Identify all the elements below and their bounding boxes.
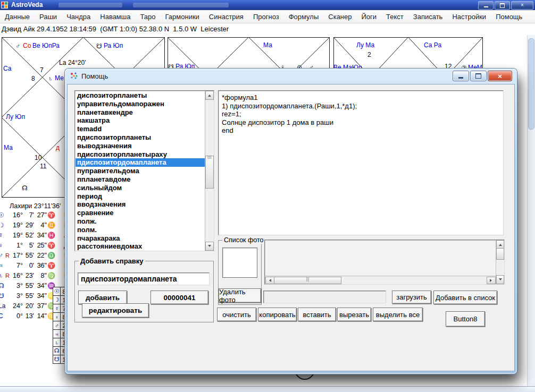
app-close-button[interactable]: ×	[511, 1, 533, 10]
chart-label: 2	[367, 51, 371, 58]
photo-list-hscrollbar[interactable]	[265, 276, 496, 284]
menu-item-11[interactable]: Йоги	[357, 11, 382, 22]
app-icon	[1, 2, 8, 8]
app-minimize-button[interactable]	[478, 1, 494, 10]
faded-registration-text	[58, 3, 122, 7]
copy-button[interactable]: копировать	[258, 308, 297, 321]
scroll-right-button[interactable]	[487, 277, 496, 284]
list-item[interactable]: пчаракарака	[76, 234, 205, 243]
button8[interactable]: Button8	[446, 311, 485, 327]
formula-line: Солнце диспозитор 1 дома в раши	[222, 118, 503, 127]
list-item[interactable]: планетавкендре	[76, 108, 205, 117]
formula-textarea[interactable]: *формула11) пдиспозитордомапланета.(Раши…	[218, 90, 504, 235]
delete-photo-button[interactable]: Удалить фото	[219, 288, 261, 303]
list-item[interactable]: вводзначения	[76, 200, 205, 209]
list-item[interactable]: полж.	[76, 217, 205, 226]
photo-path-field[interactable]	[263, 291, 386, 303]
help-dialog-titlebar[interactable]: Помощь ×	[65, 69, 517, 83]
chart-label: Ме	[55, 74, 64, 82]
help-name-input[interactable]	[78, 272, 210, 285]
app-window-controls: ×	[478, 1, 533, 10]
formula-line: 1) пдиспозитордомапланета.(Раши,1,*д1);	[222, 102, 503, 110]
app-titlebar: AstroVeda ×	[0, 0, 535, 10]
close-icon: ×	[521, 3, 524, 8]
cut-button[interactable]: вырезать	[337, 308, 371, 321]
list-item[interactable]: сравнение	[76, 209, 205, 217]
maximize-icon	[475, 73, 481, 79]
menu-item-6[interactable]: Гармоники	[161, 11, 204, 22]
add-button[interactable]: добавить	[78, 291, 127, 304]
dialog-minimize-button[interactable]	[453, 71, 469, 81]
minimize-icon	[484, 6, 488, 7]
scroll-left-button[interactable]	[265, 277, 274, 284]
scroll-down-button[interactable]	[496, 275, 504, 284]
menu-item-5[interactable]: Таро	[135, 11, 160, 22]
menu-item-15[interactable]: Помощь	[491, 11, 527, 22]
help-dialog: Помощь × диспозиторпланетыуправительдома…	[65, 69, 517, 374]
scrollbar-thumb[interactable]	[528, 38, 534, 130]
planet-row: ♃7°0'36"♈ГК	[0, 262, 73, 272]
help-dialog-icon	[70, 72, 78, 80]
list-item[interactable]: пдиспозиторпланетыраху	[76, 150, 205, 159]
planet-row: ☿19°52'34"♓Ам	[0, 232, 73, 242]
clear-button[interactable]: очистить	[217, 308, 256, 321]
chart-label: La 24°20'	[59, 59, 86, 66]
select-all-button[interactable]: выделить все	[373, 308, 423, 321]
list-item[interactable]: накшатра	[76, 116, 205, 125]
chart-info-line: Дэвид Айк 29.4.1952 18:14:59 (GMT 1:0:0)…	[2, 25, 229, 33]
scroll-up-button[interactable]	[205, 91, 214, 100]
list-item[interactable]: temadd	[76, 125, 205, 133]
menu-item-7[interactable]: Синастрия	[204, 11, 248, 22]
paste-button[interactable]: вставить	[298, 308, 336, 321]
chart-label: Са Ра	[424, 41, 441, 49]
list-item[interactable]: расстояниевдомах	[76, 242, 205, 250]
list-item[interactable]: диспозиторпланеты	[76, 91, 205, 100]
menu-item-2[interactable]: Раши	[35, 11, 62, 22]
app-vertical-scrollbar[interactable]	[527, 35, 535, 387]
list-item[interactable]: полм.	[76, 226, 205, 234]
menu-item-9[interactable]: Формулы	[284, 11, 324, 22]
listbox-scrollbar[interactable]	[205, 91, 214, 251]
edit-button[interactable]: редактировать	[82, 303, 149, 318]
add-to-list-button[interactable]: Добавить в список	[433, 291, 497, 304]
record-code-button[interactable]: 00000041	[151, 291, 208, 304]
list-item[interactable]: период	[76, 192, 205, 201]
menu-item-4[interactable]: Навамша	[95, 11, 135, 22]
load-button[interactable]: загрузить	[392, 291, 431, 304]
scrollbar-thumb[interactable]	[205, 156, 214, 189]
scrollbar-thumb[interactable]	[496, 248, 504, 260]
list-item[interactable]: пуправительдома	[76, 167, 205, 175]
dialog-maximize-button[interactable]	[470, 71, 487, 81]
dialog-close-button[interactable]: ×	[488, 71, 512, 81]
list-item[interactable]: ппланетавдоме	[76, 175, 205, 184]
menu-item-8[interactable]: Прогноз	[248, 11, 284, 22]
list-item[interactable]: управительдомапоражен	[76, 100, 205, 108]
scrollbar-thumb[interactable]	[274, 277, 341, 284]
chart-label: 10	[35, 154, 42, 161]
menu-item-14[interactable]: Настройки	[447, 11, 491, 22]
formula-listbox[interactable]: диспозиторпланетыуправительдомапораженпл…	[74, 90, 214, 251]
menu-item-3[interactable]: Чандра	[62, 11, 95, 22]
chart-label: ♂	[15, 42, 20, 50]
thumb-grip-icon	[306, 277, 309, 282]
planet-row: ☉16°7'27"♈Пу	[0, 211, 73, 221]
planet-row: ♄R16°23'8"♍Пи	[0, 272, 73, 282]
scroll-down-button[interactable]	[205, 242, 214, 251]
thumb-grip-icon	[207, 156, 212, 159]
app-title: AstroVeda	[11, 1, 43, 8]
menu-item-12[interactable]: Текст	[381, 11, 408, 22]
menu-item-1[interactable]: Данные	[0, 11, 35, 22]
photo-list-vscrollbar[interactable]	[496, 240, 504, 284]
list-item[interactable]: пдиспозитордомапланета	[76, 158, 205, 167]
photo-file-list[interactable]	[264, 240, 505, 285]
app-maximize-button[interactable]	[495, 1, 510, 10]
menu-item-10[interactable]: Сканер	[323, 11, 356, 22]
formula-line: rez=1;	[222, 110, 503, 118]
list-item[interactable]: сильныйдом	[76, 184, 205, 192]
menu-item-13[interactable]: Записать	[408, 11, 448, 22]
list-item[interactable]: пдиспозиторпланеты	[76, 133, 205, 142]
photo-preview-box[interactable]	[222, 248, 257, 278]
chart-label: Лу Ма	[356, 41, 374, 49]
list-item[interactable]: выводзначения	[76, 142, 205, 150]
chart-label: ♄	[48, 75, 53, 82]
